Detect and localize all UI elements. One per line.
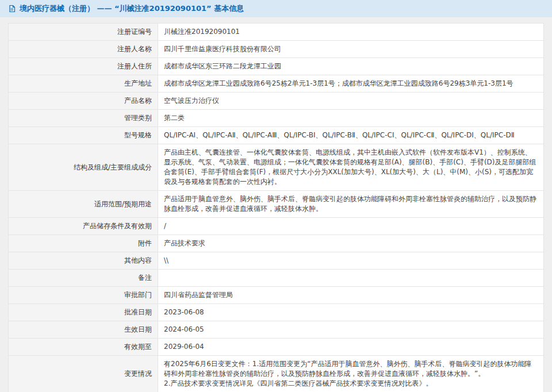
row-value: 2029-06-04	[158, 339, 544, 356]
row-value: QL/IPC-AⅠ、QL/IPC-AⅡ、QL/IPC-AⅢ、QL/IPC-BⅠ、…	[158, 127, 544, 144]
row-value: 2024-06-05	[158, 321, 544, 339]
row-label: 备注	[9, 270, 158, 287]
row-value: 2023-06-08	[158, 304, 544, 321]
row-value: 成都市成华区龙潭工业园成致路6号25栋2单元1-3层1号；成都市成华区龙潭工业园…	[158, 75, 544, 93]
row-value: 四川千里倍益康医疗科技股份有限公司	[158, 41, 544, 58]
row-label: 附件	[9, 235, 158, 252]
row-label: 注册人住所	[9, 58, 158, 75]
page-header: 境内医疗器械（注册） —— “川械注准20192090101” 基本信息	[0, 0, 552, 17]
row-value: 产品由主机、气囊连接管、一体化气囊胶体套筒、电源线组成，其中主机由嵌入式软件（软…	[158, 144, 544, 191]
row-value: 川械注准20192090101	[158, 24, 544, 41]
table-row: 注册证编号川械注准20192090101	[9, 24, 544, 41]
row-label: 适用范围/预期用途	[9, 191, 158, 218]
page-title: 境内医疗器械（注册） —— “川械注准20192090101” 基本信息	[20, 3, 244, 14]
row-value: 产品技术要求	[158, 235, 544, 252]
table-row: 产品名称空气波压力治疗仪	[9, 93, 544, 110]
row-label: 其他内容	[9, 252, 158, 270]
table-row: 适用范围/预期用途产品适用于脑血管意外、脑外伤、脑手术后、脊髓病变引起的肢体功能…	[9, 191, 544, 218]
row-label: 管理类别	[9, 110, 158, 127]
row-value: 成都市成华区东三环路二段龙潭工业园	[158, 58, 544, 75]
row-label: 审批部门	[9, 287, 158, 304]
row-label: 产品名称	[9, 93, 158, 110]
row-value: 四川省药品监督管理局	[158, 287, 544, 304]
table-row: 注册人住所成都市成华区东三环路二段龙潭工业园	[9, 58, 544, 75]
row-label: 产品储存条件及有效期	[9, 218, 158, 235]
table-row: 备注	[9, 270, 544, 287]
row-value: /	[158, 218, 544, 235]
table-row: 型号规格QL/IPC-AⅠ、QL/IPC-AⅡ、QL/IPC-AⅢ、QL/IPC…	[9, 127, 544, 144]
table-row: 生效日期2024-06-05	[9, 321, 544, 339]
row-label: 型号规格	[9, 127, 158, 144]
row-label: 有效期至	[9, 339, 158, 356]
table-row: 审批部门四川省药品监督管理局	[9, 287, 544, 304]
table-row: 生产地址成都市成华区龙潭工业园成致路6号25栋2单元1-3层1号；成都市成华区龙…	[9, 75, 544, 93]
table-row: 有效期至2029-06-04	[9, 339, 544, 356]
row-value: 第二类	[158, 110, 544, 127]
row-label: 生效日期	[9, 321, 158, 339]
table-row: 批准日期2023-06-08	[9, 304, 544, 321]
table-row: 结构及组成/主要组成成分产品由主机、气囊连接管、一体化气囊胶体套筒、电源线组成，…	[9, 144, 544, 191]
row-label: 变更情况	[9, 356, 158, 392]
table-row: 产品储存条件及有效期/	[9, 218, 544, 235]
row-label: 注册证编号	[9, 24, 158, 41]
row-value: \\	[158, 252, 544, 270]
row-label: 结构及组成/主要组成成分	[9, 144, 158, 191]
row-label: 注册人名称	[9, 41, 158, 58]
table-row: 注册人名称四川千里倍益康医疗科技股份有限公司	[9, 41, 544, 58]
table-row: 变更情况有2025年6月6日变更文件：1.适用范围变更为“产品适用于脑血管意外、…	[9, 356, 544, 392]
row-value: 空气波压力治疗仪	[158, 93, 544, 110]
row-value	[158, 270, 544, 287]
registration-info-table: 注册证编号川械注准20192090101注册人名称四川千里倍益康医疗科技股份有限…	[8, 23, 544, 392]
row-value: 产品适用于脑血管意外、脑外伤、脑手术后、脊髓病变引起的肢体功能障碍和外周非栓塞性…	[158, 191, 544, 218]
row-label: 生产地址	[9, 75, 158, 93]
row-value: 有2025年6月6日变更文件：1.适用范围变更为“产品适用于脑血管意外、脑外伤、…	[158, 356, 544, 392]
document-icon	[8, 5, 16, 13]
table-row: 管理类别第二类	[9, 110, 544, 127]
row-label: 批准日期	[9, 304, 158, 321]
table-row: 其他内容\\	[9, 252, 544, 270]
table-row: 附件产品技术要求	[9, 235, 544, 252]
